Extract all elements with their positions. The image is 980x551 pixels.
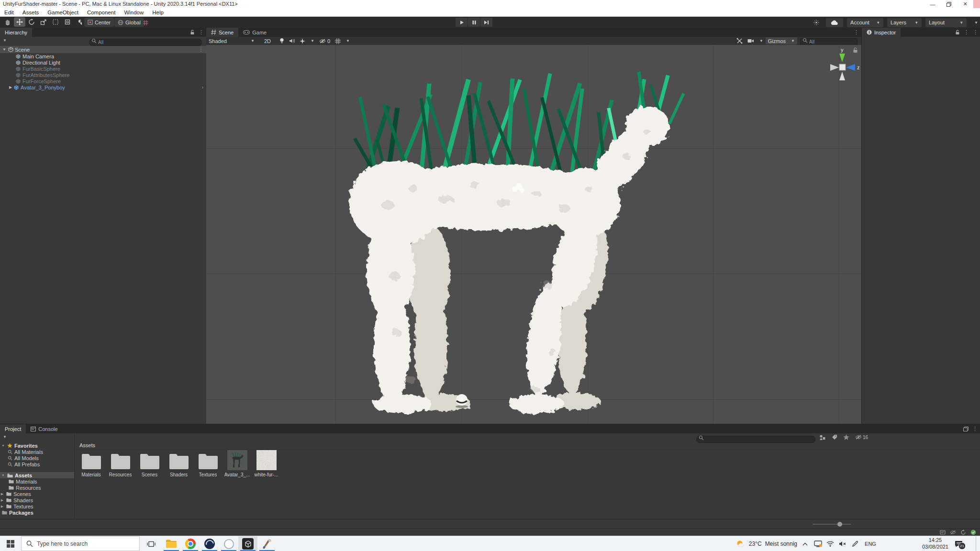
- scene-canvas[interactable]: y z ≡Right: [206, 45, 861, 424]
- tree-folder-textures[interactable]: ▶ Textures: [0, 503, 74, 509]
- project-create-dropdown[interactable]: ▼: [3, 435, 7, 439]
- tab-scene[interactable]: Scene: [206, 28, 238, 37]
- hierarchy-item-directional-light[interactable]: Directional Light: [0, 59, 206, 66]
- rotate-tool-button[interactable]: [26, 17, 37, 27]
- search-by-type-icon[interactable]: [819, 434, 826, 440]
- tree-all-materials[interactable]: All Materials: [0, 449, 74, 455]
- pivot-toggle-button[interactable]: Center: [84, 18, 114, 27]
- move-tool-button[interactable]: [14, 17, 25, 27]
- audio-toggle-button[interactable]: [287, 37, 297, 44]
- refresh-status-icon[interactable]: [960, 529, 966, 535]
- favorites-star-icon[interactable]: [843, 434, 849, 440]
- kebab-menu-icon[interactable]: ⋮: [199, 29, 204, 35]
- axis-z-cone[interactable]: [846, 64, 855, 71]
- asset-folder-resources[interactable]: Resources: [106, 451, 135, 477]
- close-button[interactable]: ✕: [957, 0, 973, 8]
- hierarchy-item-main-camera[interactable]: Main Camera: [0, 53, 206, 59]
- transform-tool-button[interactable]: [62, 17, 73, 27]
- lock-icon[interactable]: [955, 30, 960, 35]
- asset-folder-textures[interactable]: Textures: [193, 451, 223, 477]
- asset-folder-materials[interactable]: Materials: [77, 451, 106, 477]
- menu-gameobject[interactable]: GameObject: [43, 10, 83, 15]
- tab-inspector[interactable]: Inspector: [862, 28, 901, 37]
- rect-tool-button[interactable]: [50, 17, 61, 27]
- tab-console[interactable]: Console: [26, 424, 62, 433]
- taskbar-weather[interactable]: 23°C Meist sonnig: [736, 536, 797, 551]
- axis-down-cone[interactable]: [839, 72, 845, 80]
- overflow-dropdown[interactable]: ▼: [974, 21, 978, 25]
- tree-folder-shaders[interactable]: ▶ Shaders: [0, 497, 74, 503]
- notification-center-button[interactable]: 21: [950, 536, 967, 551]
- asset-folder-shaders[interactable]: Shaders: [164, 451, 193, 477]
- kebab-menu-icon[interactable]: ⋮: [972, 426, 978, 432]
- hierarchy-item-scene[interactable]: ▼ Scene ⋮: [0, 46, 206, 53]
- tab-project[interactable]: Project: [0, 424, 26, 433]
- tree-all-prefabs[interactable]: All Prefabs: [0, 461, 74, 467]
- menu-edit[interactable]: Edit: [0, 10, 18, 15]
- tree-favorites[interactable]: ▼ Favorites: [0, 442, 74, 449]
- menu-window[interactable]: Window: [120, 10, 148, 15]
- foldout-arrow-icon[interactable]: ▶: [8, 85, 13, 89]
- scene-orientation-gizmo[interactable]: y z ≡Right: [826, 46, 861, 87]
- hidden-objects-button[interactable]: 0: [317, 37, 333, 44]
- prefab-open-arrow[interactable]: ›: [202, 85, 203, 90]
- tree-all-models[interactable]: All Models: [0, 455, 74, 461]
- scene-search-input[interactable]: [800, 38, 858, 45]
- effects-dropdown-button[interactable]: ▼: [297, 37, 317, 44]
- scene-visibility-status-icon[interactable]: [950, 530, 956, 535]
- scene-tools-button[interactable]: [734, 37, 745, 44]
- hierarchy-item-furbasicsphere[interactable]: FurBasicSphere: [0, 66, 206, 72]
- search-by-label-icon[interactable]: [832, 434, 837, 440]
- foldout-arrow-icon[interactable]: ▼: [2, 47, 7, 52]
- show-desktop-button[interactable]: [976, 536, 980, 551]
- collab-button[interactable]: [811, 18, 822, 27]
- foldout-arrow-icon[interactable]: ▶: [0, 492, 4, 496]
- minimize-button[interactable]: —: [924, 0, 941, 8]
- foldout-arrow-icon[interactable]: ▶: [0, 505, 4, 508]
- taskbar-file-explorer[interactable]: [162, 536, 181, 551]
- shading-mode-dropdown[interactable]: Shaded▼: [206, 37, 257, 44]
- gizmo-lock-icon[interactable]: [854, 48, 858, 53]
- ball-object[interactable]: [456, 394, 468, 408]
- pan-tool-button[interactable]: [2, 17, 13, 27]
- layers-dropdown[interactable]: Layers▼: [887, 18, 922, 27]
- restore-button[interactable]: [941, 0, 957, 8]
- gizmo-center-cube[interactable]: [839, 64, 846, 70]
- lighting-toggle-button[interactable]: [277, 37, 287, 44]
- kebab-menu-icon[interactable]: ⋮: [854, 29, 859, 35]
- thumbnail-zoom-slider[interactable]: [813, 524, 851, 525]
- grid-visibility-dropdown[interactable]: ▼: [333, 37, 352, 44]
- start-button[interactable]: [0, 536, 21, 551]
- grid-snap-button[interactable]: [140, 18, 151, 27]
- language-indicator[interactable]: ENG: [862, 536, 879, 551]
- foldout-arrow-icon[interactable]: ▼: [1, 474, 5, 477]
- axis-x-cone[interactable]: [830, 64, 839, 71]
- tray-volume-muted-icon[interactable]: [836, 536, 849, 551]
- taskbar-search-box[interactable]: Type here to search: [21, 536, 140, 551]
- axis-y-cone[interactable]: [839, 54, 845, 62]
- taskbar-chrome[interactable]: [181, 536, 200, 551]
- gizmos-dropdown[interactable]: Gizmos▼: [766, 37, 797, 44]
- 2d-toggle-button[interactable]: 2D: [262, 37, 273, 44]
- taskbar-dark-circle-app[interactable]: [200, 536, 219, 551]
- asset-texture-white-fur[interactable]: white-fur-...: [252, 451, 281, 477]
- tree-packages[interactable]: Packages: [0, 509, 74, 516]
- tray-expand-chevron[interactable]: [800, 536, 810, 551]
- layout-dropdown[interactable]: Layout▼: [925, 18, 967, 27]
- kebab-menu-icon[interactable]: ⋮: [964, 29, 969, 35]
- tray-wifi-icon[interactable]: [824, 536, 836, 551]
- scale-tool-button[interactable]: [38, 17, 49, 27]
- hierarchy-item-furattributessphere[interactable]: FurAttributesSphere: [0, 72, 206, 78]
- foldout-arrow-icon[interactable]: ▼: [1, 444, 5, 447]
- kebab-menu-icon[interactable]: ⋮: [199, 47, 203, 52]
- foldout-arrow-icon[interactable]: ▶: [0, 498, 4, 502]
- cache-server-icon[interactable]: [940, 529, 946, 535]
- step-button[interactable]: [480, 18, 492, 27]
- account-dropdown[interactable]: Account▼: [847, 18, 883, 27]
- task-view-button[interactable]: [142, 536, 161, 551]
- asset-prefab-avatar[interactable]: Avatar_3_...: [223, 451, 252, 477]
- scene-camera-dropdown[interactable]: ▼: [745, 37, 766, 44]
- tree-assets[interactable]: ▼ Assets: [0, 472, 74, 478]
- menu-help[interactable]: Help: [148, 10, 168, 15]
- window-layout-icon[interactable]: [963, 427, 969, 431]
